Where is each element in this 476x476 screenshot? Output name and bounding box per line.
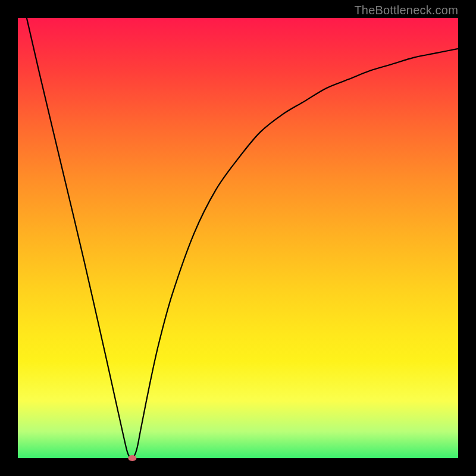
watermark-text: TheBottleneck.com [354, 4, 458, 17]
optimum-marker [128, 455, 136, 461]
plot-area [18, 18, 458, 458]
chart-svg [18, 18, 458, 458]
chart-container: TheBottleneck.com [0, 0, 476, 476]
bottleneck-curve [27, 18, 458, 458]
